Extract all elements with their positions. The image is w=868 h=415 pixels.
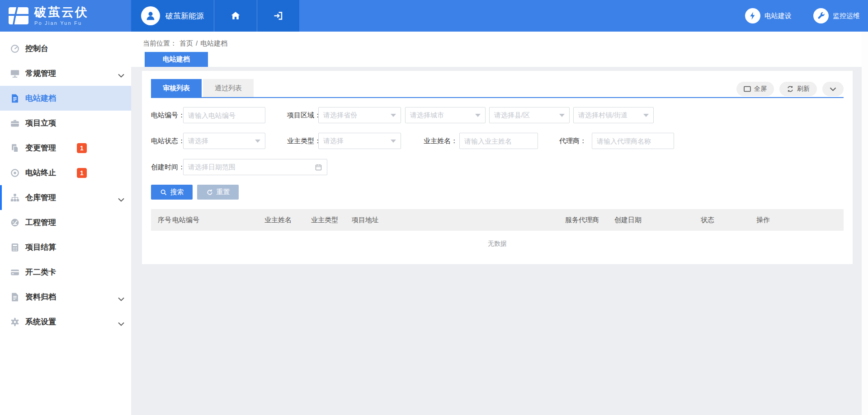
refresh-button[interactable]: 刷新 xyxy=(779,82,817,96)
sidebar-item-label: 常规管理 xyxy=(25,68,56,79)
company-name: 破茧新能源 xyxy=(165,11,204,21)
station-no-input[interactable] xyxy=(183,107,265,123)
station-status-select[interactable]: 请选择 xyxy=(183,133,265,149)
brand-logo-icon xyxy=(8,6,29,26)
chevron-down-icon xyxy=(118,196,124,204)
module-monitoring-ops[interactable]: 监控运维 xyxy=(813,8,860,23)
sidebar-item-data-archive[interactable]: 资料归档 xyxy=(0,284,131,309)
station-no-label: 电站编号： xyxy=(151,107,185,123)
col-owner-type: 业主类型 xyxy=(311,209,338,231)
collapse-button[interactable] xyxy=(822,82,844,96)
city-select[interactable]: 请选择城市 xyxy=(405,107,486,123)
county-select[interactable]: 请选择县/区 xyxy=(489,107,570,123)
avatar xyxy=(141,6,160,25)
gauge-icon xyxy=(9,43,20,54)
sidebar-item-second-class-card[interactable]: 开二类卡 xyxy=(0,260,131,284)
sign-out-button[interactable] xyxy=(257,0,299,32)
date-range-picker[interactable]: 请选择日期范围 xyxy=(183,159,327,175)
reset-icon xyxy=(206,189,213,196)
breadcrumb-bar: 当前位置： 首页 / 电站建档 电站建档 xyxy=(131,32,868,67)
tab-review-list[interactable]: 审核列表 xyxy=(151,79,202,97)
breadcrumb-prefix: 当前位置： xyxy=(143,39,177,48)
col-station-no: 电站编号 xyxy=(172,209,199,231)
sidebar-item-station-termination[interactable]: 电站终止 1 xyxy=(0,160,131,185)
module-station-construction[interactable]: 电站建设 xyxy=(745,8,792,23)
chevron-down-icon xyxy=(118,320,124,328)
sidebar-item-system-settings[interactable]: 系统设置 xyxy=(0,309,131,334)
caret-down-icon xyxy=(391,140,396,143)
main-area: 当前位置： 首页 / 电站建档 电站建档 审核列表 通过列表 全 xyxy=(131,32,868,415)
brand-logo-area: 破茧云伏 Po Jian Yun Fu xyxy=(0,0,131,32)
date-range-placeholder: 请选择日期范围 xyxy=(188,163,236,172)
gear-icon xyxy=(9,317,20,327)
content-area: 审核列表 通过列表 全屏 刷新 xyxy=(131,67,868,415)
sidebar-item-console[interactable]: 控制台 xyxy=(0,36,131,61)
user-icon xyxy=(145,10,156,22)
owner-name-input[interactable] xyxy=(459,133,538,149)
chevron-down-icon xyxy=(118,71,124,79)
col-seq: 序号 xyxy=(158,209,171,231)
scrollbar-track[interactable] xyxy=(862,32,868,415)
breadcrumb-separator: / xyxy=(196,39,198,48)
fullscreen-label: 全屏 xyxy=(754,85,767,93)
breadcrumb-current: 电站建档 xyxy=(200,39,227,48)
sidebar-item-project-initiation[interactable]: 项目立项 xyxy=(0,111,131,135)
document-icon xyxy=(9,93,20,104)
col-agent: 服务代理商 xyxy=(565,209,599,231)
sidebar-item-label: 电站终止 xyxy=(25,168,56,178)
user-chip[interactable]: 破茧新能源 xyxy=(131,0,214,32)
sidebar-item-engineering-management[interactable]: 工程管理 xyxy=(0,210,131,235)
search-button-label: 搜索 xyxy=(170,188,184,196)
reset-button[interactable]: 重置 xyxy=(197,185,239,200)
station-status-label: 电站状态： xyxy=(151,133,185,149)
notification-badge: 1 xyxy=(77,168,87,178)
county-placeholder: 请选择县/区 xyxy=(494,111,530,120)
calendar-icon xyxy=(315,163,322,171)
fullscreen-button[interactable]: 全屏 xyxy=(736,82,774,96)
caret-down-icon xyxy=(559,114,565,117)
dashboard-icon xyxy=(9,217,20,228)
module-label: 监控运维 xyxy=(833,12,860,20)
breadcrumb-home[interactable]: 首页 xyxy=(179,39,193,48)
city-placeholder: 请选择城市 xyxy=(410,111,444,120)
sign-in-arrow-icon xyxy=(273,10,283,21)
sidebar: 控制台 常规管理 电站建档 xyxy=(0,32,131,415)
sidebar-item-label: 项目结算 xyxy=(25,242,56,252)
col-owner-name: 业主姓名 xyxy=(264,209,292,231)
sidebar-item-label: 控制台 xyxy=(25,43,48,54)
owner-type-select[interactable]: 请选择 xyxy=(318,133,401,149)
calculator-icon xyxy=(9,242,20,253)
search-button[interactable]: 搜索 xyxy=(151,185,193,200)
bank-card-icon xyxy=(9,267,20,278)
copy-pages-icon xyxy=(9,143,20,154)
header-user-section: 破茧新能源 xyxy=(131,0,299,32)
col-create-date: 创建日期 xyxy=(614,209,642,231)
page-tab-station-archive[interactable]: 电站建档 xyxy=(145,52,208,67)
tab-passed-list[interactable]: 通过列表 xyxy=(203,79,254,97)
chevron-down-icon xyxy=(830,87,836,91)
sidebar-item-project-settlement[interactable]: 项目结算 xyxy=(0,235,131,260)
province-placeholder: 请选择省份 xyxy=(323,111,357,120)
reset-button-label: 重置 xyxy=(217,188,230,196)
owner-name-label: 业主姓名： xyxy=(424,133,458,149)
village-placeholder: 请选择村镇/街道 xyxy=(578,111,627,120)
home-button[interactable] xyxy=(214,0,257,32)
table-header-row: 序号 电站编号 业主姓名 业主类型 项目地址 服务代理商 创建日期 状态 操作 xyxy=(151,209,844,231)
sidebar-item-label: 变更管理 xyxy=(25,143,56,153)
sidebar-item-station-archive[interactable]: 电站建档 xyxy=(0,86,131,111)
sidebar-item-general-management[interactable]: 常规管理 xyxy=(0,61,131,86)
sidebar-item-label: 仓库管理 xyxy=(25,192,56,203)
lightning-icon xyxy=(745,8,760,23)
village-select[interactable]: 请选择村镇/街道 xyxy=(573,107,654,123)
top-header: 破茧云伏 Po Jian Yun Fu 破茧新能源 xyxy=(0,0,868,32)
header-modules: 电站建设 监控运维 xyxy=(299,0,868,32)
province-select[interactable]: 请选择省份 xyxy=(318,107,401,123)
sidebar-item-label: 工程管理 xyxy=(25,217,56,228)
briefcase-icon xyxy=(9,118,20,129)
owner-type-label: 业主类型： xyxy=(287,133,321,149)
agent-input[interactable] xyxy=(592,133,674,149)
module-label: 电站建设 xyxy=(764,12,792,20)
caret-down-icon xyxy=(643,114,649,117)
sidebar-item-warehouse-management[interactable]: 仓库管理 xyxy=(0,185,131,210)
sidebar-item-change-management[interactable]: 变更管理 1 xyxy=(0,135,131,160)
